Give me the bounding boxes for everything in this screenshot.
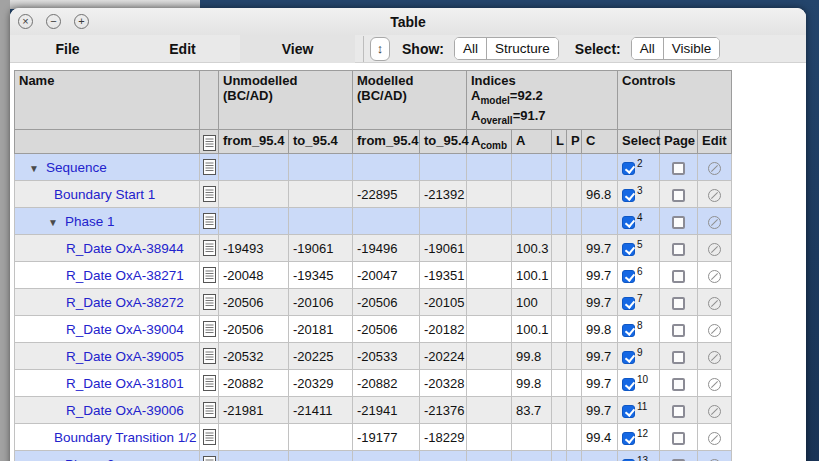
row-name-link[interactable]: R_Date OxA-39005 (66, 349, 184, 364)
select-checkbox[interactable] (622, 324, 635, 337)
page-checkbox[interactable] (672, 351, 685, 364)
header-acomb: Acomb (467, 130, 512, 154)
row-name-link[interactable]: R_Date OxA-39004 (66, 322, 184, 337)
select-checkbox[interactable] (622, 216, 635, 229)
cell-l (552, 208, 567, 235)
edit-disabled-icon[interactable] (708, 351, 721, 364)
row-name-link[interactable]: R_Date OxA-31801 (66, 376, 184, 391)
table-row: ▼R_Date OxA-38944 -19493 -19061 -19496 -… (15, 235, 732, 262)
header-indices: Indices Amodel=92.2 Aoverall=91.7 (467, 71, 618, 130)
cell-a: 83.7 (512, 397, 552, 424)
edit-disabled-icon[interactable] (708, 405, 721, 418)
header-edit: Edit (698, 130, 732, 154)
row-document-icon[interactable] (200, 370, 219, 397)
page-checkbox[interactable] (672, 270, 685, 283)
row-document-icon[interactable] (200, 316, 219, 343)
row-document-icon[interactable] (200, 451, 219, 461)
select-checkbox[interactable] (622, 270, 635, 283)
page-checkbox[interactable] (672, 324, 685, 337)
row-name-link[interactable]: R_Date OxA-38944 (66, 241, 184, 256)
titlebar[interactable]: × − + Table (10, 8, 806, 35)
row-document-icon[interactable] (200, 208, 219, 235)
cell-unmod-to: -19345 (289, 262, 353, 289)
row-name-link[interactable]: Sequence (46, 160, 107, 175)
header-unmodelled: Unmodelled (BC/AD) (219, 71, 353, 130)
cell-c: 99.7 (582, 397, 618, 424)
edit-disabled-icon[interactable] (708, 324, 721, 337)
cell-c: 99.4 (582, 424, 618, 451)
expander-icon[interactable]: ▼ (29, 163, 39, 174)
edit-disabled-icon[interactable] (708, 270, 721, 283)
cell-mod-from: -20506 (353, 289, 420, 316)
cell-l (552, 451, 567, 461)
edit-disabled-icon[interactable] (708, 243, 721, 256)
table-row: ▼Boundary Start 1 -22895 -21392 96.8 3 (15, 181, 732, 208)
select-checkbox[interactable] (622, 432, 635, 445)
cell-c: 99.8 (582, 316, 618, 343)
cell-c: 96.8 (582, 181, 618, 208)
edit-disabled-icon[interactable] (708, 216, 721, 229)
row-index-number: 4 (637, 212, 643, 223)
select-checkbox[interactable] (622, 351, 635, 364)
header-a: A (512, 130, 552, 154)
page-checkbox[interactable] (672, 162, 685, 175)
cell-mod-from: -21941 (353, 397, 420, 424)
cell-l (552, 235, 567, 262)
page-checkbox[interactable] (672, 189, 685, 202)
page-checkbox[interactable] (672, 432, 685, 445)
row-document-icon[interactable] (200, 262, 219, 289)
page-checkbox[interactable] (672, 297, 685, 310)
row-document-icon[interactable] (200, 181, 219, 208)
row-name-link[interactable]: Phase 2 (65, 457, 115, 461)
page-checkbox[interactable] (672, 378, 685, 391)
row-name-link[interactable]: R_Date OxA-38272 (66, 295, 184, 310)
edit-disabled-icon[interactable] (708, 297, 721, 310)
edit-disabled-icon[interactable] (708, 162, 721, 175)
select-checkbox[interactable] (622, 405, 635, 418)
edit-disabled-icon[interactable] (708, 432, 721, 445)
select-visible-button[interactable]: Visible (663, 38, 720, 59)
menu-edit[interactable]: Edit (125, 41, 240, 57)
row-document-icon[interactable] (200, 289, 219, 316)
expander-icon[interactable]: ▼ (48, 217, 58, 228)
cell-acomb (467, 181, 512, 208)
edit-disabled-icon[interactable] (708, 189, 721, 202)
row-name-link[interactable]: Boundary Start 1 (54, 187, 155, 202)
page-checkbox[interactable] (672, 216, 685, 229)
select-checkbox[interactable] (622, 297, 635, 310)
cell-acomb (467, 424, 512, 451)
row-name-link[interactable]: R_Date OxA-38271 (66, 268, 184, 283)
cell-unmod-from: -20532 (219, 343, 289, 370)
cell-unmod-to: -20225 (289, 343, 353, 370)
show-structure-button[interactable]: Structure (486, 38, 558, 59)
cell-unmod-to (289, 208, 353, 235)
cell-l (552, 343, 567, 370)
show-all-button[interactable]: All (455, 38, 486, 59)
table-row: ▼R_Date OxA-31801 -20882 -20329 -20882 -… (15, 370, 732, 397)
cell-acomb (467, 154, 512, 181)
select-checkbox[interactable] (622, 189, 635, 202)
cell-acomb (467, 370, 512, 397)
menu-file[interactable]: File (10, 41, 125, 57)
cell-unmod-to: -19061 (289, 235, 353, 262)
select-checkbox[interactable] (622, 243, 635, 256)
select-checkbox[interactable] (622, 162, 635, 175)
page-checkbox[interactable] (672, 243, 685, 256)
row-name-link[interactable]: R_Date OxA-39006 (66, 403, 184, 418)
row-document-icon[interactable] (200, 397, 219, 424)
row-index-number: 3 (637, 185, 643, 196)
row-document-icon[interactable] (200, 154, 219, 181)
cell-c: 99.7 (582, 235, 618, 262)
menu-view[interactable]: View (240, 35, 355, 63)
select-checkbox[interactable] (622, 378, 635, 391)
select-all-button[interactable]: All (632, 38, 663, 59)
table-row: ▼R_Date OxA-38272 -20506 -20106 -20506 -… (15, 289, 732, 316)
row-name-link[interactable]: Phase 1 (65, 214, 115, 229)
page-checkbox[interactable] (672, 405, 685, 418)
edit-disabled-icon[interactable] (708, 378, 721, 391)
row-name-link[interactable]: Boundary Transition 1/2 (54, 430, 197, 445)
row-document-icon[interactable] (200, 343, 219, 370)
row-document-icon[interactable] (200, 235, 219, 262)
stepper-button[interactable]: ↕ (370, 37, 390, 61)
row-document-icon[interactable] (200, 424, 219, 451)
